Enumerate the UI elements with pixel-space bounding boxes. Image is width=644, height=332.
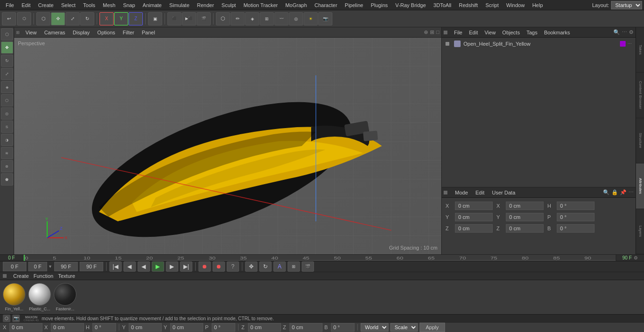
film-btn[interactable]: 🎬 [302, 261, 314, 272]
current-frame-input[interactable] [28, 262, 47, 271]
menu-tools[interactable]: Tools [79, 1, 99, 9]
menu-select[interactable]: Select [58, 1, 80, 9]
rt-objects[interactable]: Objects [500, 29, 521, 36]
rt-file[interactable]: File [452, 29, 464, 36]
start-frame-input[interactable] [3, 262, 26, 271]
vp-menu-filter[interactable]: Filter [121, 29, 136, 36]
menu-edit[interactable]: Edit [18, 1, 34, 9]
objects-menu-icon[interactable]: ⋯ [622, 29, 627, 35]
scale-tool-btn[interactable]: ⤢ [66, 12, 80, 25]
select-tool-btn[interactable]: ⬡ [36, 12, 50, 25]
sb-move[interactable]: ✥ [1, 41, 13, 54]
x-axis-btn[interactable]: X [99, 12, 114, 25]
end-frame-input-2[interactable] [80, 262, 103, 271]
menu-snap[interactable]: Snap [119, 1, 139, 9]
coord-b-input[interactable] [331, 323, 355, 332]
y-axis-btn[interactable]: Y [114, 12, 128, 25]
tab-attributes[interactable]: Attributes [636, 163, 644, 209]
move-keys-btn[interactable]: ✥ [245, 261, 257, 272]
vp-menu-cameras[interactable]: Cameras [42, 29, 67, 36]
layout-dropdown[interactable]: Startup [611, 1, 642, 9]
play-back-btn[interactable]: ◀ [138, 261, 150, 272]
rt-view[interactable]: View [483, 29, 498, 36]
menu-render[interactable]: Render [193, 1, 218, 9]
menu-file[interactable]: File [2, 1, 18, 9]
vp-lock-icon[interactable]: ⊕ [424, 29, 428, 35]
coord-z1-input[interactable] [248, 323, 281, 332]
sb-b2[interactable]: ⬡ [1, 94, 13, 106]
attr-y1-input[interactable] [455, 213, 493, 221]
deform-btn[interactable]: 〰 [274, 12, 289, 25]
menu-plugins[interactable]: Plugins [367, 1, 391, 9]
record-active-btn[interactable]: ⏺ [213, 261, 225, 272]
vp-menu-options[interactable]: Options [95, 29, 117, 36]
attr-y2-input[interactable] [506, 213, 544, 221]
mat-create[interactable]: Create [13, 273, 29, 279]
render-view-btn[interactable]: ▶⬛ [182, 12, 196, 25]
menu-window[interactable]: Window [503, 1, 528, 9]
attr-lock-icon[interactable]: 🔒 [611, 189, 618, 195]
menu-redshift[interactable]: Redshift [455, 1, 481, 9]
menu-sculpt[interactable]: Sculpt [218, 1, 240, 9]
record-help-btn[interactable]: ? [227, 261, 239, 272]
timeline-ruler[interactable]: 0 5 10 15 20 25 30 35 40 45 50 [24, 255, 616, 261]
redo-btn[interactable]: ⬡ [17, 12, 31, 25]
attr-z1-input[interactable] [455, 224, 493, 233]
go-start-btn[interactable]: |◀ [109, 261, 122, 272]
sb-b8[interactable]: ⬟ [1, 173, 13, 186]
scale-dropdown[interactable]: Scale [390, 323, 418, 332]
sb-select[interactable]: ⬡ [1, 28, 13, 40]
attr-pin-icon[interactable]: 📌 [620, 189, 627, 195]
menu-create[interactable]: Create [34, 1, 58, 9]
move-tool-btn[interactable]: ✥ [51, 12, 65, 25]
menu-vray[interactable]: V-Ray Bridge [392, 1, 430, 9]
world-dropdown[interactable]: World [361, 323, 388, 332]
attr-h-input[interactable] [557, 202, 594, 210]
go-end-btn[interactable]: ▶| [180, 261, 192, 272]
vp-maximize-icon[interactable]: □ [436, 29, 439, 35]
array-btn[interactable]: ⊞ [260, 12, 274, 25]
menu-motion-tracker[interactable]: Motion Tracker [239, 1, 281, 9]
attr-search-icon[interactable]: 🔍 [603, 189, 610, 195]
attr-userdata[interactable]: User Data [490, 189, 518, 196]
tab-structure[interactable]: Structure [636, 118, 644, 163]
loop-btn[interactable]: ↻ [259, 261, 272, 272]
sb-b1[interactable]: ◈ [1, 81, 13, 93]
play-btn[interactable]: ▶ [152, 261, 164, 272]
light-btn[interactable]: ☀ [304, 12, 318, 25]
attr-z2-input[interactable] [506, 224, 544, 233]
attr-edit[interactable]: Edit [474, 189, 487, 196]
timeline-settings-icon[interactable]: ⚙ [634, 255, 638, 260]
coord-h-input[interactable] [92, 323, 116, 332]
search-icon[interactable]: 🔍 [613, 29, 620, 35]
coord-p-input[interactable] [212, 323, 235, 332]
tab-takes[interactable]: Takes [636, 27, 644, 73]
attr-x2-input[interactable] [506, 202, 544, 210]
sb-b6[interactable]: ≋ [1, 147, 13, 159]
settings-icon[interactable]: ⚙ [629, 29, 634, 35]
material-item-fin[interactable]: Fin_Yell... [3, 283, 25, 311]
viewport[interactable]: Perspective [14, 38, 441, 254]
render-btn[interactable]: 🎬 [197, 12, 211, 25]
menu-script[interactable]: Script [482, 1, 503, 9]
menu-animate[interactable]: Animate [139, 1, 165, 9]
menu-help[interactable]: Help [528, 1, 547, 9]
pen-btn[interactable]: ✏ [231, 12, 245, 25]
tab-layers[interactable]: Layers [636, 209, 644, 254]
rt-tags[interactable]: Tags [525, 29, 539, 36]
sb-b5[interactable]: ◑ [1, 134, 13, 146]
attr-mode[interactable]: Mode [453, 189, 470, 196]
material-btn[interactable]: ◎ [289, 12, 303, 25]
mat-function[interactable]: Function [33, 273, 53, 279]
camera-icon[interactable]: 📷 [12, 315, 20, 322]
coord-x2-input[interactable] [51, 323, 84, 332]
sb-b3[interactable]: ◎ [1, 107, 13, 120]
render-region-btn[interactable]: ⬛ [167, 12, 182, 25]
z-axis-btn[interactable]: Z [129, 12, 143, 25]
step-back-btn[interactable]: ◀ [124, 261, 136, 272]
vp-move-icon[interactable]: ⊞ [430, 29, 434, 35]
undo-btn[interactable]: ↩ [2, 12, 16, 25]
object-mode-btn[interactable]: ▣ [148, 12, 162, 25]
end-frame-input-1[interactable] [54, 262, 78, 271]
sb-b7[interactable]: ⊛ [1, 160, 13, 172]
